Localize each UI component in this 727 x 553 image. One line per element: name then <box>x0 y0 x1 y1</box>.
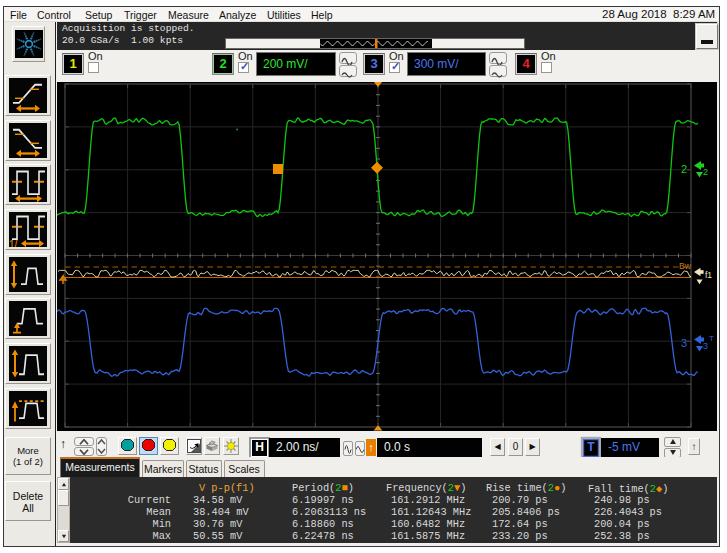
svg-text:3: 3 <box>681 337 687 349</box>
svg-text:2: 2 <box>703 167 708 177</box>
svg-text:T: T <box>709 334 714 343</box>
svg-text:Bw: Bw <box>679 261 692 271</box>
svg-text:f1: f1 <box>705 270 712 280</box>
svg-text:2: 2 <box>681 163 687 175</box>
svg-text:3: 3 <box>703 341 708 351</box>
svg-text:1/: 1/ <box>9 237 17 247</box>
